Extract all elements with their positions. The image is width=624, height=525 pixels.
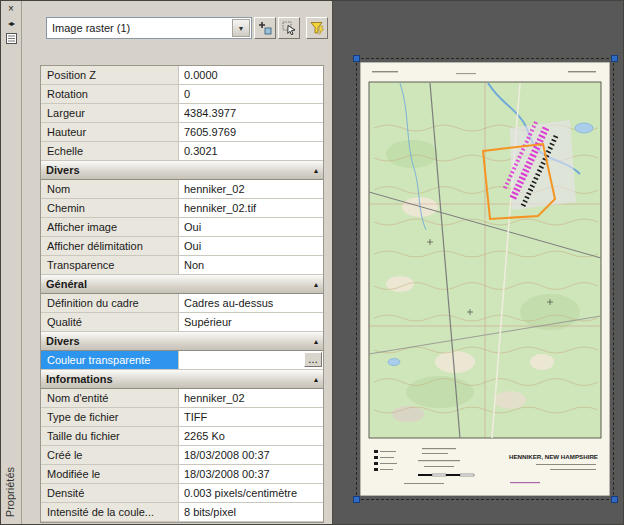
property-value[interactable]: henniker_02.tif [179, 199, 323, 218]
property-value[interactable]: henniker_02 [179, 180, 323, 199]
grip-handle[interactable] [611, 496, 618, 503]
property-value[interactable]: Non [179, 256, 323, 275]
auto-hide-icon[interactable]: ◂▸ [3, 18, 19, 31]
collapse-icon[interactable]: ▴ [314, 166, 323, 175]
drawing-canvas[interactable]: HENNIKER, NEW HAMPSHIRE [333, 1, 623, 524]
property-value[interactable]: Oui [179, 237, 323, 256]
property-row: TransparenceNon [41, 256, 323, 275]
toggle-pickadd-button[interactable] [254, 17, 276, 39]
property-label[interactable]: Nom d'entité [41, 389, 179, 408]
property-value-text: 0.0000 [184, 69, 218, 81]
property-row: Densité0.003 pixels/centimètre [41, 484, 323, 503]
property-row: Largeur4384.3977 [41, 104, 323, 123]
property-value[interactable]: … [179, 351, 323, 370]
property-value[interactable]: 4384.3977 [179, 104, 323, 123]
property-row: QualitéSupérieur [41, 313, 323, 332]
property-value-text: henniker_02 [184, 392, 245, 404]
property-row: Cheminhenniker_02.tif [41, 199, 323, 218]
property-label[interactable]: Intensité de la coule... [41, 503, 179, 522]
property-value-text: 7605.9769 [184, 126, 236, 138]
property-row: Position Z0.0000 [41, 66, 323, 85]
section-header-label: Informations [46, 373, 113, 385]
property-label[interactable]: Afficher image [41, 218, 179, 237]
property-label[interactable]: Couleur transparente [41, 351, 179, 370]
property-value[interactable]: 7605.9769 [179, 123, 323, 142]
autocad-window: HENNIKER, NEW HAMPSHIRE × ◂▸ [0, 0, 624, 525]
property-label[interactable]: Qualité [41, 313, 179, 332]
property-value[interactable]: 0.003 pixels/centimètre [179, 484, 323, 503]
property-value-text: Cadres au-dessus [184, 297, 273, 309]
section-header[interactable]: Informations▴ [41, 370, 323, 389]
grip-handle[interactable] [353, 55, 360, 62]
property-row: Echelle0.3021 [41, 142, 323, 161]
property-grid: Position Z0.0000Rotation0Largeur4384.397… [40, 65, 324, 523]
property-label[interactable]: Position Z [41, 66, 179, 85]
property-value-text: henniker_02 [184, 183, 245, 195]
property-value[interactable]: 2265 Ko [179, 427, 323, 446]
property-row: Type de fichierTIFF [41, 408, 323, 427]
property-row: Intensité de la coule...8 bits/pixel [41, 503, 323, 522]
object-type-value: Image raster (1) [47, 22, 231, 34]
property-value-text: henniker_02.tif [184, 202, 256, 214]
property-label[interactable]: Créé le [41, 446, 179, 465]
grip-handle[interactable] [353, 496, 360, 503]
collapse-icon[interactable]: ▴ [314, 280, 323, 289]
property-value-text: 8 bits/pixel [184, 506, 236, 518]
section-header[interactable]: Divers▴ [41, 332, 323, 351]
property-label[interactable]: Densité [41, 484, 179, 503]
palette-title: Propriétés [4, 467, 16, 517]
raster-image-preview[interactable]: HENNIKER, NEW HAMPSHIRE [360, 62, 610, 496]
section-header[interactable]: Général▴ [41, 275, 323, 294]
property-value[interactable]: 0.3021 [179, 142, 323, 161]
property-label[interactable]: Echelle [41, 142, 179, 161]
property-value[interactable]: henniker_02 [179, 389, 323, 408]
property-label[interactable]: Afficher délimitation [41, 237, 179, 256]
property-value-text: TIFF [184, 411, 207, 423]
property-value-text: Supérieur [184, 316, 232, 328]
select-objects-button[interactable] [278, 17, 300, 39]
chevron-down-icon[interactable]: ▼ [232, 19, 250, 37]
property-value-text: 0.3021 [184, 145, 218, 157]
palette-body: Image raster (1) ▼ [22, 1, 332, 524]
property-value[interactable]: 0 [179, 85, 323, 104]
property-value-text: 18/03/2008 00:37 [184, 449, 270, 461]
property-label[interactable]: Hauteur [41, 123, 179, 142]
property-value-text: Oui [184, 240, 201, 252]
property-label[interactable]: Largeur [41, 104, 179, 123]
property-value-text: 0 [184, 88, 190, 100]
ellipsis-button[interactable]: … [304, 352, 322, 367]
property-value[interactable]: Supérieur [179, 313, 323, 332]
quick-select-button[interactable] [306, 17, 328, 39]
property-value-text: 18/03/2008 00:37 [184, 468, 270, 480]
property-value[interactable]: 18/03/2008 00:37 [179, 465, 323, 484]
property-value[interactable]: 8 bits/pixel [179, 503, 323, 522]
collapse-icon[interactable]: ▴ [314, 337, 323, 346]
section-header-label: Divers [46, 164, 80, 176]
property-value[interactable]: 0.0000 [179, 66, 323, 85]
grip-handle[interactable] [611, 55, 618, 62]
property-label[interactable]: Modifiée le [41, 465, 179, 484]
collapse-icon[interactable]: ▴ [314, 375, 323, 384]
property-value-text: Non [184, 259, 204, 271]
property-label[interactable]: Définition du cadre [41, 294, 179, 313]
palette-menu-icon[interactable] [3, 33, 19, 46]
section-header[interactable]: Divers▴ [41, 161, 323, 180]
property-row: Nomhenniker_02 [41, 180, 323, 199]
property-value[interactable]: TIFF [179, 408, 323, 427]
property-row: Couleur transparente… [41, 351, 323, 370]
property-label[interactable]: Transparence [41, 256, 179, 275]
property-value-text: Oui [184, 221, 201, 233]
property-value[interactable]: Oui [179, 218, 323, 237]
close-icon[interactable]: × [3, 3, 19, 16]
property-label[interactable]: Type de fichier [41, 408, 179, 427]
object-type-dropdown[interactable]: Image raster (1) ▼ [46, 17, 252, 39]
property-row: Taille du fichier2265 Ko [41, 427, 323, 446]
property-value[interactable]: Cadres au-dessus [179, 294, 323, 313]
map-title: HENNIKER, NEW HAMPSHIRE [509, 453, 598, 460]
property-label[interactable]: Taille du fichier [41, 427, 179, 446]
property-label[interactable]: Nom [41, 180, 179, 199]
property-row: Afficher imageOui [41, 218, 323, 237]
property-label[interactable]: Chemin [41, 199, 179, 218]
property-label[interactable]: Rotation [41, 85, 179, 104]
property-value[interactable]: 18/03/2008 00:37 [179, 446, 323, 465]
